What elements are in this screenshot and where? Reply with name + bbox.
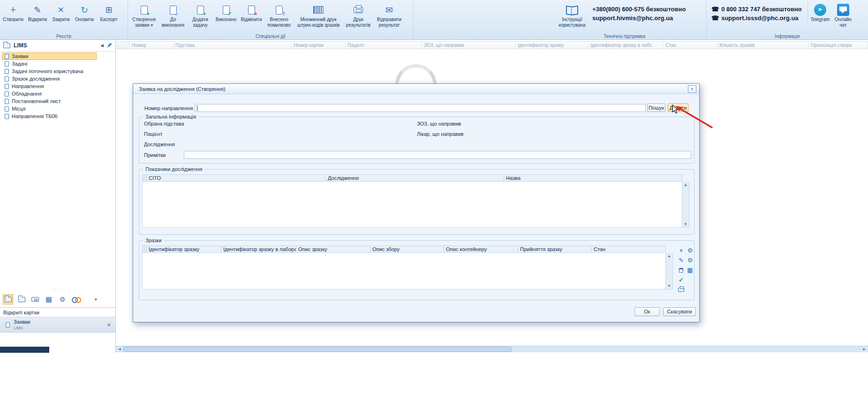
dialog-title-bar[interactable]: Заявка на дослідження (Створення) — [133, 84, 699, 94]
delete-sample-icon[interactable] — [677, 265, 686, 275]
to-execution-button[interactable]: → До виконання — [159, 1, 187, 30]
sidebar-item-zadachi-user[interactable]: Задачі поточного користувача — [2, 67, 97, 75]
sidebar-item-obladnannya[interactable]: Обладнання — [2, 90, 97, 97]
folder-open-icon — [5, 297, 12, 302]
notes-label: Примітки — [144, 152, 166, 158]
vertical-scrollbar[interactable]: ▲ ▼ — [682, 182, 689, 227]
cancel-action-button[interactable]: × Відмінити — [239, 1, 264, 30]
print-sample-icon[interactable] — [677, 285, 686, 295]
referral-number-input[interactable] — [195, 104, 646, 112]
resize-grip[interactable]: ····· — [0, 287, 115, 291]
sidebar-item-zrazok[interactable]: Зразок дослідження — [2, 75, 97, 82]
online-chat-button[interactable]: Онлайн чат — [832, 1, 854, 30]
add-button[interactable]: Додати — [668, 104, 688, 112]
column-header[interactable]: Стан — [592, 245, 666, 253]
column-header[interactable]: Опис зразку — [296, 245, 370, 253]
sidebar-item-napravlennya-tb06[interactable]: Направлення ТБ06 — [2, 112, 97, 120]
sidebar-item-napravlennya[interactable]: Направлення — [2, 82, 97, 90]
table-view-button[interactable]: ▦ — [44, 294, 54, 305]
strip-chevron-down-icon[interactable]: ▾ — [95, 297, 97, 302]
column-header[interactable]: Кількість зразків — [717, 41, 809, 49]
column-header[interactable]: Опис контейнеру — [444, 245, 518, 253]
create-button[interactable]: + Створити — [1, 1, 25, 30]
add-sample-icon[interactable]: + — [677, 245, 686, 255]
scroll-up-icon[interactable]: ▲ — [684, 183, 687, 187]
confirm-sample-icon[interactable]: ✓ — [677, 275, 686, 285]
folder-open-view-button[interactable] — [3, 294, 13, 305]
column-header[interactable]: Ідентифікатор зразку — [516, 41, 589, 49]
column-header[interactable]: Прийняття зразку — [518, 245, 592, 253]
edit-sample-icon[interactable]: ✎ — [677, 255, 686, 265]
drawer-view-button[interactable] — [30, 294, 40, 305]
document-icon — [6, 322, 10, 327]
column-header[interactable]: Ідентифікатор зразку в лабс — [589, 41, 664, 49]
sidebar-item-mistsya[interactable]: Місця — [2, 105, 97, 112]
open-button[interactable]: ✎ Відкрити — [25, 1, 50, 30]
indicators-table: CITO Дослідження Назва ▲ ▼ — [142, 174, 689, 228]
sidebar-item-zadachi[interactable]: Задачі — [2, 60, 97, 67]
column-header[interactable]: Ідентифікатор зразку в лаборатор — [221, 245, 296, 253]
notes-input[interactable] — [184, 151, 691, 159]
document-plus-icon: + — [197, 6, 204, 15]
folder-view-button[interactable] — [16, 294, 27, 305]
folder-icon — [3, 43, 10, 48]
scrollbar-thumb[interactable] — [123, 347, 512, 352]
column-header[interactable]: Номер картки — [292, 41, 346, 49]
indicators-group: Показники дослідження CITO Дослідження Н… — [139, 169, 694, 235]
close-button[interactable]: × Закрити — [50, 1, 72, 30]
telegram-icon: ➤ — [814, 4, 826, 16]
sidebar-item-postanov-lyst[interactable]: Постановочний лист — [2, 97, 97, 105]
user-instructions-button[interactable]: Інструкції користувача — [556, 1, 589, 30]
info-email[interactable]: ☎support.isssd@phc.org.ua — [711, 15, 802, 22]
row-indicator-header — [142, 245, 147, 253]
send-result-button[interactable]: ✉ Відправити результат — [374, 1, 405, 30]
export-button[interactable]: ⊞ Експорт — [97, 1, 121, 30]
column-header[interactable]: Підстава — [174, 41, 292, 49]
cancel-button[interactable]: Скасувати — [663, 307, 696, 316]
column-header[interactable]: ЗОЗ, що направив — [422, 41, 516, 49]
scroll-down-icon[interactable]: ▼ — [667, 284, 671, 288]
ok-button[interactable]: Ок — [634, 307, 660, 316]
pin-icon[interactable] — [107, 43, 112, 49]
scroll-right-icon[interactable]: ► — [860, 346, 868, 352]
general-info-group: Загальна інформація Обрана підстава ЗОЗ,… — [139, 117, 694, 163]
create-request-button[interactable]: + Створення заявки ▾ — [129, 1, 159, 30]
collapse-arrow-icon[interactable]: ◀ — [100, 43, 104, 48]
refresh-button[interactable]: ↻ Оновити — [72, 1, 97, 30]
column-header[interactable]: Назва — [504, 174, 682, 182]
horizontal-scrollbar[interactable]: ◄ ► — [116, 346, 868, 352]
print-results-button[interactable]: Друк результатів — [343, 1, 374, 30]
vertical-scrollbar[interactable]: ▲ ▼ — [665, 253, 672, 289]
network-view-button[interactable] — [71, 294, 81, 305]
scroll-up-icon[interactable]: ▲ — [667, 254, 671, 258]
support-email[interactable]: support.hivmis@phc.org.ua — [592, 15, 686, 22]
add-task-button[interactable]: + Додати задачу — [187, 1, 213, 30]
sidebar-item-zayavky[interactable]: Заявки — [2, 52, 97, 60]
column-header[interactable]: Дослідження — [326, 174, 504, 182]
search-button[interactable]: Пошук — [647, 104, 665, 112]
column-header[interactable]: Опис збору — [370, 245, 444, 253]
gear-icon[interactable]: ⚙ — [686, 255, 694, 265]
entered-erroneously-button[interactable]: ! Внесено помилково — [264, 1, 294, 30]
document-cross-icon: × — [248, 6, 255, 15]
dialog-close-button[interactable]: × — [688, 85, 696, 93]
multi-barcode-print-button[interactable]: Множинний друк штрих-кодів зразків — [294, 1, 343, 30]
sidebar-view-toolbar: ▦ ⚙ ▾ — [0, 292, 115, 306]
column-header[interactable]: Пацієнт — [346, 41, 422, 49]
scroll-down-icon[interactable]: ▼ — [684, 222, 687, 226]
export-grid-icon[interactable]: ▦ — [686, 265, 694, 275]
document-icon — [5, 99, 9, 104]
close-card-icon[interactable]: × — [107, 321, 111, 328]
services-view-button[interactable]: ⚙ — [57, 294, 68, 305]
column-header[interactable]: Ідентифікатор зразку — [147, 245, 221, 253]
telegram-button[interactable]: ➤ Telegram — [808, 1, 832, 30]
column-header[interactable]: Стан — [664, 41, 717, 49]
column-header[interactable]: CITO — [147, 174, 326, 182]
open-card-item[interactable]: Заявки LIMS × — [0, 317, 115, 333]
done-button[interactable]: ✓ Виконано — [213, 1, 239, 30]
column-header[interactable]: Організація створе — [809, 41, 868, 49]
document-icon — [5, 76, 9, 82]
scroll-left-icon[interactable]: ◄ — [116, 346, 123, 352]
gear-icon[interactable]: ⚙ — [686, 245, 694, 255]
column-header[interactable]: Номер — [130, 41, 174, 49]
